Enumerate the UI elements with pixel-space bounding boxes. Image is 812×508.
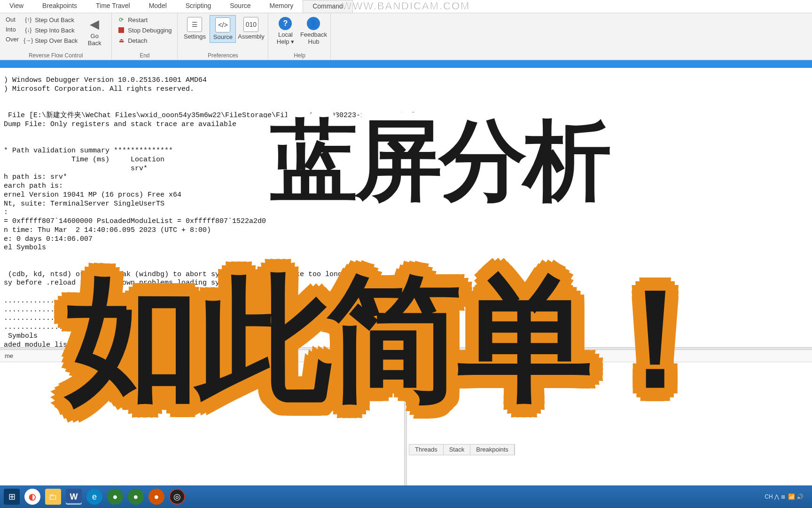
group-end: ⟳Restart Stop Debugging ⏏Detach End <box>112 13 178 60</box>
step-over-back-icon: {→} <box>24 37 32 44</box>
tab-command[interactable]: Command <box>303 0 353 13</box>
taskbar-chrome-icon[interactable]: ◐ <box>24 489 40 505</box>
command-console-output[interactable]: ) Windows Debugger Version 10.0.25136.10… <box>0 68 812 347</box>
assembly-button[interactable]: 010Assembly <box>238 15 264 42</box>
go-back-icon: ◀ <box>90 17 99 32</box>
group-reverse-flow: Out Into Over {↑}Step Out Back {↓}Step I… <box>0 13 112 60</box>
command-pane-titlebar[interactable] <box>0 60 812 68</box>
vertical-splitter[interactable] <box>404 347 407 488</box>
tab-view[interactable]: View <box>0 0 33 13</box>
restart-icon: ⟳ <box>117 16 125 24</box>
taskbar-edge-icon[interactable]: e <box>86 489 102 505</box>
bottom-tabs: Threads Stack Breakpoints <box>409 444 515 455</box>
detach-button[interactable]: ⏏Detach <box>116 36 173 45</box>
system-tray[interactable]: CH ⋀ 🗉 📶 🔊 <box>765 493 808 500</box>
taskbar-app-icon[interactable]: W <box>66 489 82 505</box>
step-out-label[interactable]: Out <box>4 15 21 24</box>
group-label-help: Help <box>272 51 327 59</box>
taskbar-app5-icon[interactable]: ◎ <box>169 489 185 505</box>
tab-breakpoints-bottom[interactable]: Breakpoints <box>470 444 515 455</box>
ribbon-body: Out Into Over {↑}Step Out Back {↓}Step I… <box>0 13 812 60</box>
assembly-icon: 010 <box>243 17 258 32</box>
tab-source[interactable]: Source <box>220 0 260 13</box>
taskbar-explorer-icon[interactable]: 🗀 <box>45 489 61 505</box>
taskbar-app4-icon[interactable]: ● <box>148 489 164 505</box>
step-into-back-icon: {↓} <box>24 26 32 34</box>
settings-icon: ☰ <box>187 17 202 32</box>
tab-model[interactable]: Model <box>140 0 176 13</box>
step-out-back-button[interactable]: {↑}Step Out Back <box>23 15 79 24</box>
source-pref-button[interactable]: </>Source <box>210 15 236 43</box>
group-help: ?Local Help ▾ 👤Feedback Hub Help <box>268 13 331 60</box>
group-label-reverse: Reverse Flow Control <box>4 51 108 59</box>
source-icon: </> <box>215 17 230 32</box>
tab-timetravel[interactable]: Time Travel <box>86 0 140 13</box>
feedback-icon: 👤 <box>307 17 320 30</box>
restart-button[interactable]: ⟳Restart <box>116 15 173 24</box>
step-into-back-button[interactable]: {↓}Step Into Back <box>23 25 79 35</box>
taskbar-app3-icon[interactable]: ● <box>128 489 144 505</box>
detach-icon: ⏏ <box>117 37 125 44</box>
feedback-hub-button[interactable]: 👤Feedback Hub <box>300 15 327 47</box>
tab-memory[interactable]: Memory <box>260 0 303 13</box>
tab-threads[interactable]: Threads <box>409 444 444 455</box>
tab-stack[interactable]: Stack <box>444 444 471 455</box>
taskbar-app2-icon[interactable]: ● <box>107 489 123 505</box>
tab-scripting[interactable]: Scripting <box>176 0 220 13</box>
windows-taskbar: ⊞ ◐ 🗀 W e ● ● ● ◎ CH ⋀ 🗉 📶 🔊 <box>0 485 812 508</box>
help-icon: ? <box>279 17 292 30</box>
step-out-back-icon: {↑} <box>24 16 32 24</box>
step-over-back-button[interactable]: {→}Step Over Back <box>23 36 79 45</box>
group-label-prefs: Preferences <box>181 51 264 59</box>
tab-breakpoints[interactable]: Breakpoints <box>33 0 86 13</box>
group-preferences: ☰Settings </>Source 010Assembly Preferen… <box>178 13 268 60</box>
step-into-label[interactable]: Into <box>4 25 21 34</box>
ribbon-tab-strip: View Breakpoints Time Travel Model Scrip… <box>0 0 812 13</box>
stop-icon <box>117 26 125 34</box>
local-help-button[interactable]: ?Local Help ▾ <box>272 15 298 47</box>
settings-button[interactable]: ☰Settings <box>181 15 208 42</box>
group-label-end: End <box>116 51 173 59</box>
start-button[interactable]: ⊞ <box>4 489 20 505</box>
go-back-button[interactable]: ◀ Go Back <box>81 15 108 48</box>
step-over-label[interactable]: Over <box>4 35 21 44</box>
stop-debugging-button[interactable]: Stop Debugging <box>116 25 173 35</box>
